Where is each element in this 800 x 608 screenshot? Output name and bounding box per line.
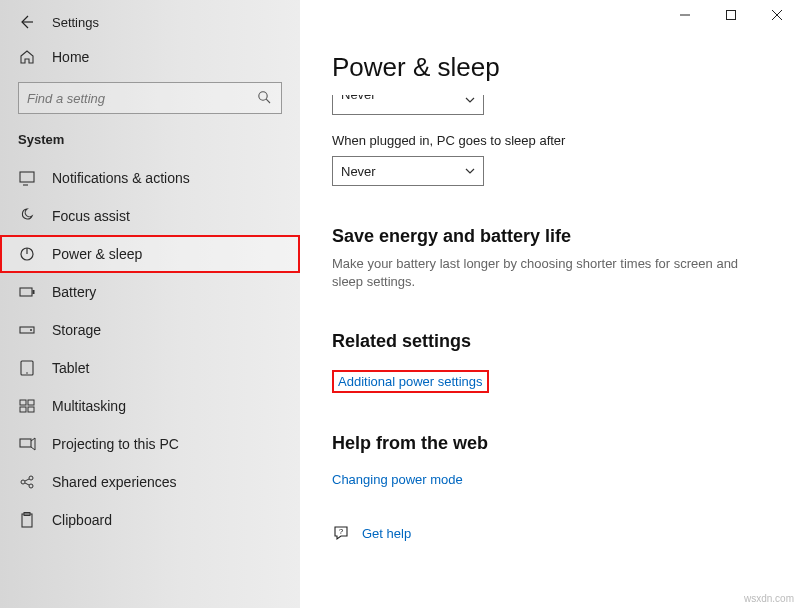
sidebar-item-label: Power & sleep bbox=[52, 246, 142, 262]
multitasking-icon bbox=[18, 397, 36, 415]
home-button[interactable]: Home bbox=[0, 40, 300, 74]
svg-rect-10 bbox=[28, 400, 34, 405]
nav-list: Notifications & actions Focus assist Pow… bbox=[0, 159, 300, 608]
sidebar-item-label: Battery bbox=[52, 284, 96, 300]
main-panel: Power & sleep Never When plugged in, PC … bbox=[300, 0, 800, 608]
get-help-link[interactable]: Get help bbox=[362, 526, 411, 541]
svg-rect-1 bbox=[20, 172, 34, 182]
sidebar-header: Settings bbox=[0, 0, 300, 40]
help-heading: Help from the web bbox=[332, 433, 768, 454]
sidebar-item-label: Shared experiences bbox=[52, 474, 177, 490]
svg-rect-12 bbox=[28, 407, 34, 412]
sidebar-item-shared[interactable]: Shared experiences bbox=[0, 463, 300, 501]
svg-point-14 bbox=[21, 480, 25, 484]
storage-icon bbox=[18, 321, 36, 339]
changing-power-mode-link[interactable]: Changing power mode bbox=[332, 472, 463, 487]
chevron-down-icon bbox=[465, 166, 475, 176]
svg-point-16 bbox=[29, 484, 33, 488]
additional-power-settings-link[interactable]: Additional power settings bbox=[332, 370, 489, 393]
sidebar: Settings Home System Notifications & bbox=[0, 0, 300, 608]
dropdown-value: Never bbox=[341, 164, 376, 179]
tablet-icon bbox=[18, 359, 36, 377]
svg-rect-9 bbox=[20, 400, 26, 405]
page-title: Power & sleep bbox=[332, 52, 768, 83]
sleep-dropdown-truncated[interactable]: Never bbox=[332, 95, 484, 115]
svg-rect-3 bbox=[20, 288, 32, 296]
search-icon bbox=[257, 90, 273, 106]
sidebar-item-power-sleep[interactable]: Power & sleep bbox=[0, 235, 300, 273]
sidebar-item-multitasking[interactable]: Multitasking bbox=[0, 387, 300, 425]
sidebar-item-label: Notifications & actions bbox=[52, 170, 190, 186]
svg-rect-13 bbox=[20, 439, 31, 447]
home-icon bbox=[18, 48, 36, 66]
svg-text:?: ? bbox=[339, 527, 344, 536]
sidebar-item-label: Focus assist bbox=[52, 208, 130, 224]
sidebar-item-storage[interactable]: Storage bbox=[0, 311, 300, 349]
content: Power & sleep Never When plugged in, PC … bbox=[300, 0, 800, 562]
window-title: Settings bbox=[52, 15, 99, 30]
battery-icon bbox=[18, 283, 36, 301]
settings-window: Settings Home System Notifications & bbox=[0, 0, 800, 608]
svg-rect-11 bbox=[20, 407, 26, 412]
svg-point-15 bbox=[29, 476, 33, 480]
sidebar-item-tablet[interactable]: Tablet bbox=[0, 349, 300, 387]
home-label: Home bbox=[52, 49, 89, 65]
get-help-row[interactable]: ? Get help bbox=[332, 524, 768, 542]
energy-desc: Make your battery last longer by choosin… bbox=[332, 255, 752, 291]
search-box[interactable] bbox=[18, 82, 282, 114]
sidebar-item-notifications[interactable]: Notifications & actions bbox=[0, 159, 300, 197]
close-button[interactable] bbox=[754, 0, 800, 30]
search-wrap bbox=[0, 74, 300, 124]
titlebar bbox=[662, 0, 800, 30]
plugged-dropdown[interactable]: Never bbox=[332, 156, 484, 186]
sidebar-item-label: Clipboard bbox=[52, 512, 112, 528]
sidebar-item-label: Projecting to this PC bbox=[52, 436, 179, 452]
shared-icon bbox=[18, 473, 36, 491]
chevron-down-icon bbox=[465, 95, 475, 105]
back-icon[interactable] bbox=[18, 14, 34, 30]
focus-icon bbox=[18, 207, 36, 225]
svg-rect-4 bbox=[33, 290, 35, 294]
svg-point-8 bbox=[26, 372, 28, 374]
watermark: wsxdn.com bbox=[744, 593, 794, 604]
power-icon bbox=[18, 245, 36, 263]
sidebar-item-label: Storage bbox=[52, 322, 101, 338]
maximize-button[interactable] bbox=[708, 0, 754, 30]
sidebar-item-clipboard[interactable]: Clipboard bbox=[0, 501, 300, 539]
notifications-icon bbox=[18, 169, 36, 187]
section-label: System bbox=[0, 124, 300, 159]
svg-point-6 bbox=[30, 329, 32, 331]
projecting-icon bbox=[18, 435, 36, 453]
sidebar-item-battery[interactable]: Battery bbox=[0, 273, 300, 311]
search-input[interactable] bbox=[27, 91, 257, 106]
sidebar-item-label: Multitasking bbox=[52, 398, 126, 414]
dropdown-value: Never bbox=[341, 95, 376, 102]
sidebar-item-label: Tablet bbox=[52, 360, 89, 376]
minimize-button[interactable] bbox=[662, 0, 708, 30]
sidebar-item-focus-assist[interactable]: Focus assist bbox=[0, 197, 300, 235]
clipboard-icon bbox=[18, 511, 36, 529]
energy-heading: Save energy and battery life bbox=[332, 226, 768, 247]
related-heading: Related settings bbox=[332, 331, 768, 352]
svg-point-0 bbox=[259, 92, 267, 100]
sidebar-item-projecting[interactable]: Projecting to this PC bbox=[0, 425, 300, 463]
plugged-label: When plugged in, PC goes to sleep after bbox=[332, 133, 768, 148]
help-icon: ? bbox=[332, 524, 350, 542]
svg-rect-19 bbox=[727, 11, 736, 20]
